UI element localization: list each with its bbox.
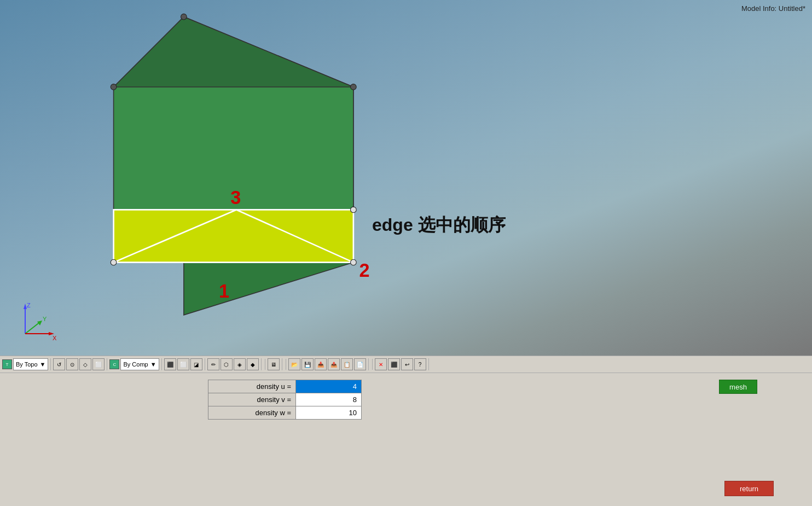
pen-icon[interactable]: ✏: [207, 358, 219, 370]
surface-icon[interactable]: ◈: [234, 358, 246, 370]
svg-point-6: [111, 84, 117, 90]
undo-icon[interactable]: ↩: [401, 358, 413, 370]
svg-text:X: X: [53, 335, 57, 341]
density-value[interactable]: 10: [296, 406, 362, 420]
density-label: density w =: [208, 406, 296, 420]
rotate-icon[interactable]: ↺: [53, 358, 65, 370]
select-icon[interactable]: ⊙: [66, 358, 78, 370]
draw-tools: ✏ ⬡ ◈ ◆: [207, 358, 262, 370]
svg-point-8: [111, 259, 117, 265]
comp-icon[interactable]: C: [109, 359, 119, 369]
monitor-icon[interactable]: 🖥: [268, 358, 280, 370]
shape-icon[interactable]: ◇: [79, 358, 91, 370]
topo-group: T By Topo ▼: [2, 358, 51, 370]
axis-indicator: Z Y X: [9, 301, 58, 345]
file-tools: 📂 💾 📥 📤 📋 📄: [288, 358, 369, 370]
view-tools: 🖥: [268, 358, 282, 370]
edge-annotation: edge 选中的顺序: [372, 213, 506, 237]
bottom-panel: density u =4density v =8density w =10 me…: [0, 373, 812, 506]
delete-icon[interactable]: ✕: [375, 358, 387, 370]
density-table: density u =4density v =8density w =10: [208, 380, 362, 420]
svg-point-5: [181, 14, 187, 20]
paste-icon[interactable]: 📄: [354, 358, 366, 370]
svg-point-7: [351, 84, 357, 90]
import-icon[interactable]: 📥: [315, 358, 327, 370]
by-topo-dropdown[interactable]: By Topo ▼: [13, 358, 48, 370]
svg-point-9: [351, 259, 357, 265]
mesh-icon3[interactable]: ◪: [190, 358, 202, 370]
mesh-tools: ⬛ ⬜ ◪: [164, 358, 205, 370]
svg-point-10: [351, 207, 357, 213]
toolbar: T By Topo ▼ ↺ ⊙ ◇ ⬜ C By Comp ▼ ⬛ ⬜ ◪ ✏ …: [0, 356, 812, 373]
3d-viewport[interactable]: Model Info: Untitled* 1 2 3 edge 选中的顺序: [0, 0, 812, 356]
cube-icon[interactable]: ⬛: [388, 358, 400, 370]
density-label: density u =: [208, 380, 296, 393]
by-comp-dropdown[interactable]: By Comp ▼: [120, 358, 159, 370]
edit-tools: ↺ ⊙ ◇ ⬜: [53, 358, 107, 370]
mesh-button[interactable]: mesh: [719, 380, 757, 394]
return-button[interactable]: return: [724, 481, 774, 496]
density-value[interactable]: 4: [296, 380, 362, 393]
3d-shape: 1 2 3: [55, 11, 383, 350]
solid-icon[interactable]: ⬜: [92, 358, 105, 370]
svg-marker-2: [114, 17, 353, 87]
save-icon[interactable]: 💾: [301, 358, 314, 370]
copy-icon[interactable]: 📋: [341, 358, 353, 370]
svg-line-17: [25, 322, 40, 334]
help-icon[interactable]: ?: [414, 358, 426, 370]
svg-text:3: 3: [230, 187, 241, 208]
mesh-icon1[interactable]: ⬛: [164, 358, 176, 370]
fill-icon[interactable]: ⬡: [221, 358, 233, 370]
delete-tools: ✕ ⬛ ↩ ?: [375, 358, 429, 370]
open-icon[interactable]: 📂: [288, 358, 300, 370]
topo-icon[interactable]: T: [2, 359, 12, 369]
svg-text:Y: Y: [43, 316, 47, 322]
svg-text:Z: Z: [27, 302, 31, 309]
svg-text:2: 2: [359, 260, 370, 281]
model-info-label: Model Info: Untitled*: [741, 4, 805, 13]
mesh-icon2[interactable]: ⬜: [177, 358, 189, 370]
export-icon[interactable]: 📤: [328, 358, 340, 370]
solid2-icon[interactable]: ◆: [247, 358, 259, 370]
density-value[interactable]: 8: [296, 393, 362, 406]
comp-group: C By Comp ▼: [109, 358, 161, 370]
svg-text:1: 1: [219, 281, 229, 301]
density-label: density v =: [208, 393, 296, 406]
